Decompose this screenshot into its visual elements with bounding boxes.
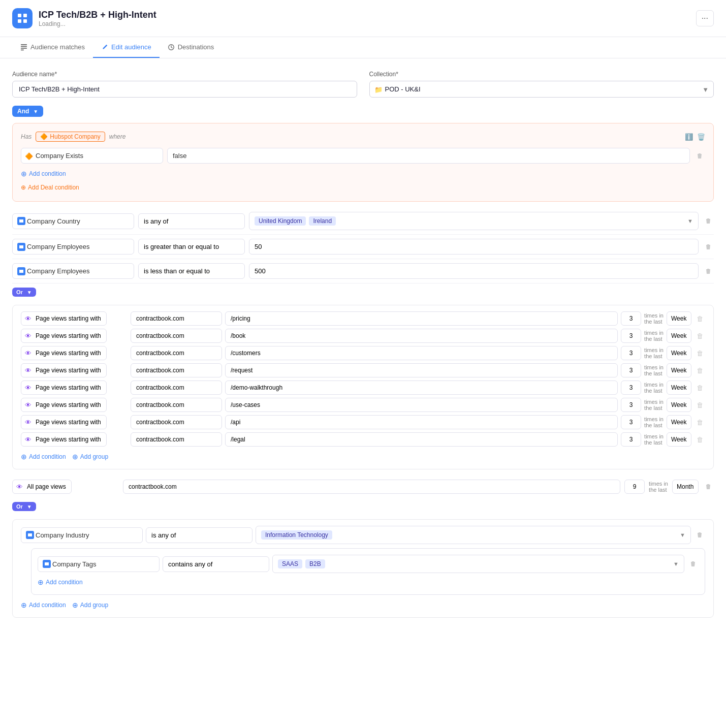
company-exists-delete-button[interactable] bbox=[694, 150, 705, 162]
or-badge-pageviews[interactable]: Or ▼ bbox=[12, 288, 36, 297]
domain-select-4[interactable]: contractbook.com bbox=[131, 381, 222, 395]
collection-select[interactable]: POD - UK&I bbox=[369, 81, 714, 98]
loading-subtitle: Loading... bbox=[39, 20, 156, 27]
audience-name-input[interactable] bbox=[12, 81, 357, 98]
all-pageviews-count[interactable] bbox=[624, 480, 645, 494]
domain-select-7[interactable]: contractbook.com bbox=[131, 432, 222, 447]
period-select-2[interactable]: Week bbox=[667, 346, 691, 360]
page-view-delete-5[interactable]: 🗑 bbox=[695, 399, 705, 411]
company-country-field[interactable]: Company Country bbox=[12, 213, 134, 229]
where-label: where bbox=[109, 133, 126, 140]
company-exists-value[interactable]: false bbox=[167, 148, 690, 164]
domain-select-6[interactable]: contractbook.com bbox=[131, 415, 222, 429]
page-view-field-6[interactable]: Page views starting with bbox=[21, 415, 107, 429]
company-industry-field[interactable]: Company Industry bbox=[21, 527, 143, 543]
add-group-bottom-button[interactable]: ⊕ Add group bbox=[72, 599, 108, 611]
page-view-delete-4[interactable]: 🗑 bbox=[695, 382, 705, 394]
count-input-0[interactable] bbox=[621, 311, 641, 326]
period-select-5[interactable]: Week bbox=[667, 398, 691, 412]
company-industry-delete-button[interactable] bbox=[694, 529, 705, 541]
count-input-3[interactable] bbox=[621, 363, 641, 377]
count-input-1[interactable] bbox=[621, 329, 641, 343]
count-input-4[interactable] bbox=[621, 381, 641, 395]
company-employees-lte-delete-button[interactable] bbox=[703, 266, 714, 277]
add-deal-condition-button[interactable]: ⊕ Add Deal condition bbox=[21, 182, 79, 193]
tab-destinations[interactable]: Destinations bbox=[160, 37, 223, 58]
tab-audience-matches[interactable]: Audience matches bbox=[12, 37, 93, 58]
more-options-button[interactable]: ··· bbox=[696, 10, 714, 26]
and-badge[interactable]: And ▼ bbox=[12, 106, 43, 117]
all-pageviews-period[interactable]: Month bbox=[672, 480, 699, 494]
page-view-field-3[interactable]: Page views starting with bbox=[21, 363, 107, 377]
page-view-field-4[interactable]: Page views starting with bbox=[21, 381, 107, 395]
domain-select-3[interactable]: contractbook.com bbox=[131, 363, 222, 377]
company-employees-gte-op[interactable]: is greater than or equal to bbox=[138, 239, 245, 255]
path-input-2[interactable] bbox=[225, 346, 618, 360]
period-select-7[interactable]: Week bbox=[667, 432, 691, 447]
all-pageviews-times-label: times inthe last bbox=[649, 481, 668, 493]
path-input-0[interactable] bbox=[225, 311, 618, 326]
page-view-delete-2[interactable]: 🗑 bbox=[695, 347, 705, 359]
period-select-6[interactable]: Week bbox=[667, 415, 691, 429]
page-view-delete-7[interactable]: 🗑 bbox=[695, 434, 705, 446]
company-country-op[interactable]: is any of bbox=[138, 213, 245, 229]
count-input-6[interactable] bbox=[621, 415, 641, 429]
page-view-delete-6[interactable]: 🗑 bbox=[695, 417, 705, 428]
period-select-0[interactable]: Week bbox=[667, 311, 691, 326]
path-input-4[interactable] bbox=[225, 381, 618, 395]
all-pageviews-domain[interactable]: contractbook.com bbox=[123, 480, 620, 494]
domain-select-0[interactable]: contractbook.com bbox=[131, 311, 222, 326]
page-view-field-5[interactable]: Page views starting with bbox=[21, 398, 107, 412]
company-tags-field[interactable]: Company Tags bbox=[38, 556, 160, 572]
company-tags-delete-button[interactable] bbox=[687, 558, 699, 569]
page-view-delete-3[interactable]: 🗑 bbox=[695, 365, 705, 376]
add-condition-or-group-button[interactable]: ⊕ Add condition bbox=[21, 451, 66, 463]
path-input-1[interactable] bbox=[225, 329, 618, 343]
saas-tag: SAAS bbox=[278, 559, 302, 568]
eye-icon-3: 👁 bbox=[25, 367, 31, 374]
page-view-delete-0[interactable]: 🗑 bbox=[695, 313, 705, 325]
tags-dropdown-icon: ▼ bbox=[673, 561, 679, 567]
count-input-5[interactable] bbox=[621, 398, 641, 412]
page-view-delete-1[interactable]: 🗑 bbox=[695, 330, 705, 342]
company-exists-field[interactable]: Company Exists bbox=[21, 148, 163, 164]
period-select-3[interactable]: Week bbox=[667, 363, 691, 377]
company-employees-gte-delete-button[interactable] bbox=[703, 241, 714, 252]
page-view-field-7[interactable]: Page views starting with bbox=[21, 432, 107, 447]
company-tags-op[interactable]: contains any of bbox=[163, 556, 269, 572]
company-employees-gte-value[interactable] bbox=[249, 239, 699, 255]
count-input-7[interactable] bbox=[621, 432, 641, 447]
path-input-5[interactable] bbox=[225, 398, 618, 412]
count-input-2[interactable] bbox=[621, 346, 641, 360]
path-input-7[interactable] bbox=[225, 432, 618, 447]
add-condition-tags-button[interactable]: ⊕ Add condition bbox=[38, 576, 83, 588]
times-label-2: times inthe last bbox=[644, 347, 664, 359]
company-employees-lte-field[interactable]: Company Employees bbox=[12, 263, 134, 279]
domain-select-1[interactable]: contractbook.com bbox=[131, 329, 222, 343]
info-icon[interactable]: ℹ️ bbox=[685, 133, 693, 141]
page-view-field-1[interactable]: Page views starting with bbox=[21, 329, 107, 343]
company-employees-gte-field[interactable]: Company Employees bbox=[12, 239, 134, 255]
period-select-1[interactable]: Week bbox=[667, 329, 691, 343]
add-group-or-button[interactable]: ⊕ Add group bbox=[72, 451, 108, 463]
or-badge-industry[interactable]: Or ▼ bbox=[12, 502, 36, 511]
company-employees-lte-op[interactable]: is less than or equal to bbox=[138, 263, 245, 279]
company-employees-lte-value[interactable] bbox=[249, 263, 699, 279]
add-condition-hubspot-button[interactable]: ⊕ Add condition bbox=[21, 168, 66, 180]
add-condition-bottom-button[interactable]: ⊕ Add condition bbox=[21, 599, 66, 611]
hubspot-group-delete-icon[interactable]: 🗑️ bbox=[697, 133, 705, 141]
all-pageviews-eye-icon: 👁 bbox=[16, 483, 23, 491]
period-select-4[interactable]: Week bbox=[667, 381, 691, 395]
tab-edit-audience[interactable]: Edit audience bbox=[93, 37, 160, 58]
page-view-field-0[interactable]: Page views starting with bbox=[21, 311, 107, 326]
all-pageviews-delete-button[interactable] bbox=[703, 481, 714, 492]
domain-select-5[interactable]: contractbook.com bbox=[131, 398, 222, 412]
company-country-delete-button[interactable] bbox=[703, 215, 714, 227]
company-industry-op[interactable]: is any of bbox=[146, 527, 252, 543]
plus-orange-icon: ⊕ bbox=[21, 184, 26, 191]
and-caret-icon: ▼ bbox=[33, 109, 38, 114]
page-view-field-2[interactable]: Page views starting with bbox=[21, 346, 107, 360]
path-input-6[interactable] bbox=[225, 415, 618, 429]
domain-select-2[interactable]: contractbook.com bbox=[131, 346, 222, 360]
path-input-3[interactable] bbox=[225, 363, 618, 377]
